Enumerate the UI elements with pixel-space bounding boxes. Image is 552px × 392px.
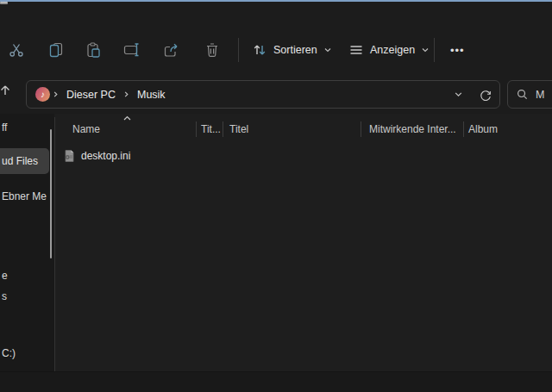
sidebar-item[interactable]: e (0, 270, 8, 282)
toolbar-separator (434, 38, 435, 62)
column-separator[interactable] (223, 121, 223, 137)
breadcrumb-item-dieser-pc[interactable]: Dieser PC (61, 85, 121, 104)
address-dropdown-chevron-icon[interactable] (454, 90, 463, 99)
sidebar-item[interactable]: ff (0, 121, 7, 134)
copy-button[interactable] (43, 37, 69, 63)
column-header-title[interactable]: Titel (229, 123, 248, 135)
column-separator[interactable] (196, 121, 197, 137)
sidebar-item-label: ud Files (0, 155, 38, 167)
breadcrumb-chevron-icon (50, 90, 61, 98)
music-note-icon: ♪ (35, 87, 50, 102)
file-name: desktop.ini (81, 150, 130, 162)
paste-button[interactable] (80, 37, 106, 63)
search-icon (508, 88, 529, 101)
minimize-icon[interactable] (0, 2, 8, 4)
clipboard-icon (85, 41, 102, 59)
status-bar (0, 371, 552, 392)
main-content: ff ud Files Ebner Me e s C:) Name Tit...… (0, 114, 552, 371)
column-header-name[interactable]: Name (72, 123, 100, 135)
search-placeholder-text: M (536, 89, 544, 101)
refresh-icon[interactable] (479, 88, 492, 102)
view-button-label: Anzeigen (370, 44, 415, 56)
view-list-icon (348, 42, 364, 58)
navigation-pane: ff ud Files Ebner Me e s C:) (0, 114, 54, 371)
file-list-pane: Name Tit... Titel Mitwirkende Inter... A… (55, 114, 552, 371)
column-separator[interactable] (463, 121, 464, 137)
up-one-level-button[interactable] (0, 78, 14, 103)
delete-button[interactable] (199, 37, 225, 63)
share-button[interactable] (159, 37, 185, 63)
title-bar (0, 2, 552, 30)
chevron-down-icon (421, 46, 430, 54)
chevron-down-icon (323, 46, 332, 54)
column-header-contributing-artists[interactable]: Mitwirkende Inter... (369, 123, 456, 135)
toolbar-separator (238, 38, 239, 62)
rename-icon (122, 41, 141, 59)
sidebar-item[interactable]: s (0, 290, 7, 302)
view-button[interactable]: Anzeigen (343, 35, 435, 65)
sort-button-label: Sortieren (273, 44, 317, 56)
file-row[interactable]: desktop.ini (62, 145, 545, 167)
sidebar-scrollbar[interactable] (50, 129, 52, 258)
sidebar-item-selected[interactable]: ud Files (0, 148, 49, 174)
cut-button[interactable] (3, 37, 29, 63)
sort-arrows-icon (252, 42, 267, 58)
music-note-glyph: ♪ (41, 90, 45, 99)
breadcrumb-item-musik[interactable]: Musik (132, 85, 171, 104)
sidebar-item[interactable]: Ebner Me (0, 190, 47, 202)
column-header-album[interactable]: Album (468, 123, 498, 135)
sort-ascending-icon (122, 115, 132, 121)
search-input[interactable]: M (507, 80, 552, 109)
address-bar[interactable]: ♪ Dieser PC Musik (26, 80, 500, 109)
more-options-button[interactable]: ••• (445, 35, 470, 65)
command-bar: Sortieren Anzeigen ••• (0, 30, 552, 70)
ellipsis-icon: ••• (450, 44, 465, 57)
rename-button[interactable] (119, 37, 145, 63)
copy-icon (47, 41, 65, 59)
trash-icon (204, 41, 221, 59)
sort-button[interactable]: Sortieren (247, 35, 337, 65)
scissors-icon (8, 41, 25, 59)
share-icon (162, 41, 181, 59)
breadcrumb-chevron-icon (121, 90, 132, 98)
arrow-up-icon (0, 84, 12, 97)
file-explorer-window: Sortieren Anzeigen ••• (0, 0, 552, 392)
column-separator[interactable] (361, 121, 361, 137)
address-row: ♪ Dieser PC Musik (0, 70, 552, 114)
sidebar-item[interactable]: C:) (0, 347, 16, 359)
ini-file-icon (62, 149, 76, 163)
column-header-track[interactable]: Tit... (201, 123, 221, 135)
